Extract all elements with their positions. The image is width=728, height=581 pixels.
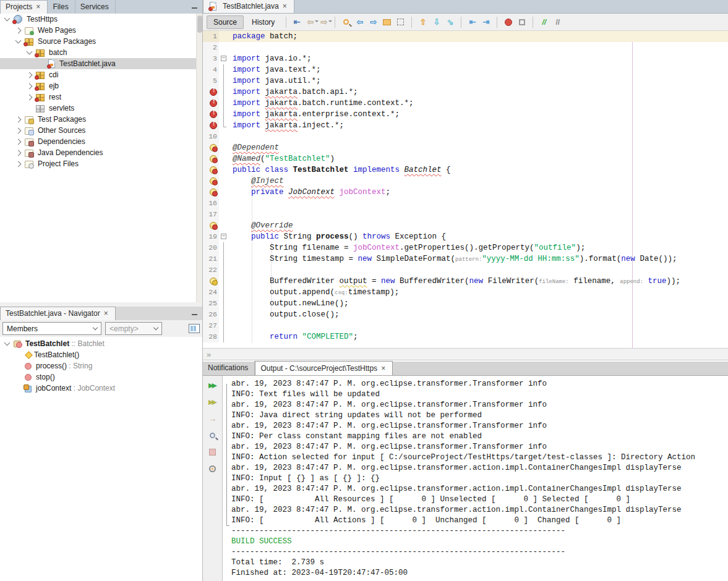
rerun-icon[interactable]: ▶▶ [207,380,218,391]
expander-icon[interactable] [27,94,33,100]
expander-icon[interactable] [27,49,33,55]
code-line[interactable]: 21 String timestamp = new SimpleDateForm… [203,253,728,265]
scrollbar-thumb[interactable] [197,15,202,33]
tree-item[interactable]: TestBatchlet.java [0,58,202,69]
source-view-button[interactable]: Source [207,15,244,29]
history-view-button[interactable]: History [245,15,281,29]
minimize-icon[interactable] [192,314,197,315]
stop-build-icon[interactable] [207,446,218,457]
uncomment-icon[interactable]: // [552,16,563,28]
expander-icon[interactable] [15,38,22,44]
minimize-icon[interactable] [192,7,197,9]
code-line[interactable]: BufferedWriter output = new BufferedWrit… [203,276,728,287]
tab-files[interactable]: Files [48,0,75,14]
code-line[interactable]: import jakarta.batch.runtime.context.*; [203,98,728,109]
error-hint-icon[interactable] [210,222,217,229]
tree-item[interactable]: batch [0,47,202,58]
tree-item[interactable]: Source Packages [0,36,202,47]
members-combobox[interactable]: Members [2,322,101,335]
code-line[interactable]: 27 [203,320,728,331]
error-hint-icon[interactable] [210,177,217,185]
code-line[interactable]: 10 [203,131,728,142]
code-line[interactable]: @Inject [203,176,728,187]
tree-item[interactable]: TestHttps [0,14,202,25]
shift-left-icon[interactable]: ⇤ [466,16,478,28]
record-macro-icon[interactable] [502,16,514,28]
inheritance-combobox[interactable]: <empty> [105,322,162,335]
shift-right-icon[interactable]: ⇥ [480,16,492,28]
close-icon[interactable]: × [103,310,109,316]
error-hint-icon[interactable] [210,189,217,196]
code-line[interactable]: 20 String filename = jobContext.getPrope… [203,242,728,253]
previous-occurrence-icon[interactable]: ⇧ [417,16,429,28]
code-line[interactable]: 24 output.append(csq:timestamp); [203,287,728,298]
expander-icon[interactable] [15,116,22,122]
error-badge-icon[interactable] [210,111,217,118]
navigator-item[interactable]: stop() [0,371,202,383]
error-hint-icon[interactable] [210,166,217,174]
code-line[interactable]: 25 output.newLine(); [203,298,728,309]
back-icon[interactable]: ⇦ [304,16,316,28]
ant-target-icon[interactable] [207,430,218,441]
navigator-item[interactable]: TestBatchlet() [0,349,202,360]
tree-item[interactable]: Other Sources [0,125,202,136]
tree-item[interactable]: servlets [0,103,202,114]
tab-services[interactable]: Services [75,0,116,14]
output-console[interactable]: abr. 19, 2023 8:47:47 P. M. org.eclipse.… [223,376,728,581]
code-line[interactable]: @Named("TestBatchlet") [203,153,728,164]
tree-item[interactable]: Test Packages [0,114,202,125]
options-icon[interactable] [207,463,218,474]
last-edit-position-icon[interactable]: ⇤ [291,16,302,28]
close-icon[interactable]: × [282,3,288,9]
expander-icon[interactable] [27,83,33,89]
rerun-with-args-icon[interactable]: ▶▶ [207,396,218,407]
tab-projects[interactable]: Projects × [0,0,48,14]
code-line[interactable]: import jakarta.enterprise.context.*; [203,109,728,120]
error-badge-icon[interactable] [210,100,217,107]
show-inherited-members-icon[interactable] [189,324,200,333]
toggle-bookmark-icon[interactable]: ⇘ [444,16,456,28]
code-line[interactable]: 5import java.util.*; [203,75,728,87]
code-line[interactable]: 22 [203,265,728,276]
warning-hint-icon[interactable] [210,278,217,285]
expander-icon[interactable] [15,127,22,134]
code-line[interactable]: 16 [203,198,728,209]
forward-icon[interactable]: ⇨ [318,16,330,28]
tab-navigator[interactable]: TestBatchlet.java - Navigator × [0,307,116,320]
fold-collapse-icon[interactable]: − [221,234,226,239]
toggle-highlight-icon[interactable] [381,16,393,28]
navigator-item[interactable]: TestBatchlet :: Batchlet [0,338,202,349]
expander-icon[interactable] [15,161,22,167]
tree-item[interactable]: Java Dependencies [0,147,202,158]
expander-icon[interactable] [15,138,22,145]
tree-item[interactable]: ejb [0,80,202,91]
fold-collapse-icon[interactable]: − [221,56,226,61]
code-line[interactable]: 19− public String process() throws Excep… [203,231,728,242]
tree-item[interactable]: Web Pages [0,25,202,36]
tab-notifications[interactable]: Notifications [203,361,255,375]
tree-item[interactable]: Project Files [0,158,202,169]
tab-testbatchlet-java[interactable]: TestBatchlet.java × [203,0,294,13]
code-line[interactable]: 3−import java.io.*; [203,53,728,64]
close-icon[interactable]: × [380,365,386,371]
expander-icon[interactable] [4,15,11,22]
code-line[interactable]: 4import java.text.*; [203,64,728,75]
error-badge-icon[interactable] [210,88,217,96]
rectangular-selection-icon[interactable] [395,16,406,28]
comment-icon[interactable]: // [538,16,550,28]
expander-icon[interactable] [15,27,22,33]
projects-scrollbar[interactable] [196,14,202,302]
navigator-item[interactable]: jobContext : JobContext [0,383,202,394]
expander-icon[interactable] [15,150,22,156]
error-hint-icon[interactable] [210,155,217,163]
code-line[interactable]: 1package batch; [203,31,728,42]
code-line[interactable]: import jakarta.batch.api.*; [203,87,728,98]
error-badge-icon[interactable] [210,122,217,129]
code-editor[interactable]: 1package batch;23−import java.io.*;4impo… [203,31,728,348]
code-line[interactable]: public class TestBatchlet implements Bat… [203,164,728,176]
code-line[interactable]: 17 [203,209,728,220]
navigator-item[interactable]: process() : String [0,360,202,371]
output-fold-bracket[interactable] [226,384,229,526]
error-hint-icon[interactable] [210,144,217,151]
run-again-icon[interactable]: → [207,413,218,424]
